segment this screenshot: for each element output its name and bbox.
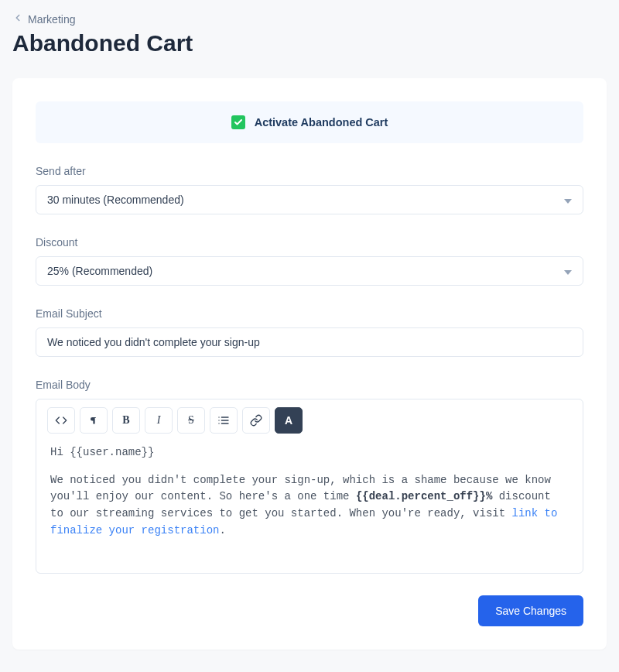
text-style-icon: A [285,414,292,427]
body-label: Email Body [36,379,583,391]
subject-label: Email Subject [36,307,583,320]
activate-section: Activate Abandoned Cart [36,101,583,143]
discount-label: Discount [36,236,583,249]
subject-group: Email Subject [36,307,583,357]
discount-value: 25% (Recommended) [47,265,152,277]
checkmark-icon [234,118,243,127]
actions-row: Save Changes [36,595,583,626]
code-icon [55,414,67,427]
italic-button[interactable]: I [145,407,173,434]
send-after-label: Send after [36,165,583,177]
send-after-value: 30 minutes (Recommended) [47,194,184,206]
save-button[interactable]: Save Changes [478,595,583,626]
bold-icon: B [122,414,129,427]
paragraph-button[interactable] [80,407,108,434]
discount-select[interactable]: 25% (Recommended) [36,256,583,286]
link-icon [250,414,262,427]
chevron-left-icon [12,12,23,26]
bold-button[interactable]: B [112,407,140,434]
body-group: Email Body B I S [36,379,583,574]
send-after-select[interactable]: 30 minutes (Recommended) [36,185,583,214]
activate-checkbox[interactable] [231,115,245,129]
code-view-button[interactable] [47,407,75,434]
settings-card: Activate Abandoned Cart Send after 30 mi… [12,78,607,650]
subject-input[interactable] [36,327,583,357]
body-paragraph: We noticed you didn't complete your sign… [50,472,569,540]
pilcrow-icon [87,414,100,427]
editor-toolbar: B I S A [36,399,583,441]
strikethrough-icon: S [188,414,194,427]
send-after-group: Send after 30 minutes (Recommended) [36,165,583,214]
caret-down-icon [564,265,572,277]
body-greeting: Hi {{user.name}} [50,444,569,461]
activate-label: Activate Abandoned Cart [255,116,388,129]
discount-group: Discount 25% (Recommended) [36,236,583,286]
email-body-editor: B I S A [36,399,583,574]
italic-icon: I [157,414,161,427]
text-style-button[interactable]: A [275,407,303,434]
caret-down-icon [564,194,572,206]
page-title: Abandoned Cart [12,30,607,57]
breadcrumb-label: Marketing [28,13,75,26]
list-button[interactable] [210,407,238,434]
list-icon [217,414,230,427]
breadcrumb[interactable]: Marketing [12,12,607,26]
editor-content[interactable]: Hi {{user.name}} We noticed you didn't c… [36,441,583,573]
strikethrough-button[interactable]: S [177,407,205,434]
link-button[interactable] [242,407,270,434]
